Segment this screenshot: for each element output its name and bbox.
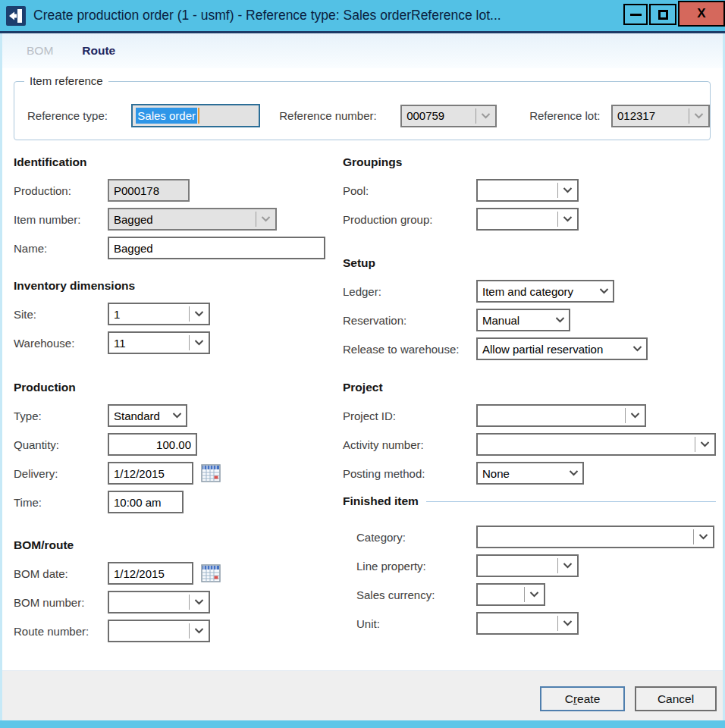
chevron-down-icon[interactable] — [558, 620, 577, 626]
close-button[interactable]: X — [678, 1, 725, 27]
pool-label: Pool: — [343, 184, 476, 197]
quantity-field[interactable]: 100.00 — [108, 433, 197, 456]
item-number-combo: Bagged — [108, 208, 277, 231]
delivery-date-field[interactable]: 1/12/2015 — [108, 462, 193, 485]
reservation-select[interactable]: Manual — [476, 309, 570, 331]
setup-section: Setup Ledger: Item and category Reservat… — [343, 256, 716, 366]
item-number-value: Bagged — [109, 213, 256, 226]
chevron-down-icon[interactable] — [595, 288, 613, 294]
reference-type-label: Reference type: — [27, 109, 131, 122]
production-label: Production: — [14, 184, 108, 197]
sales-currency-combo[interactable] — [476, 583, 545, 606]
name-value: Bagged — [109, 242, 324, 255]
warehouse-label: Warehouse: — [14, 337, 108, 350]
minimize-icon — [630, 14, 642, 16]
chevron-down-icon[interactable] — [168, 413, 186, 419]
time-label: Time: — [14, 496, 108, 509]
chevron-down-icon[interactable] — [558, 563, 577, 569]
finished-item-section: Finished item Category: Line property: S… — [343, 494, 716, 641]
type-label: Type: — [14, 410, 108, 422]
ledger-select[interactable]: Item and category — [476, 280, 614, 303]
reference-number-value: 000759 — [402, 109, 475, 122]
titlebar: Create production order (1 - usmf) - Ref… — [0, 0, 725, 31]
groupings-section: Groupings Pool: Production group: — [343, 155, 716, 237]
project-id-label: Project ID: — [343, 410, 476, 422]
quantity-label: Quantity: — [14, 438, 108, 451]
production-section: Production Type: Standard Quantity: 100.… — [14, 381, 340, 519]
chevron-down-icon[interactable] — [551, 317, 569, 323]
name-label: Name: — [14, 242, 108, 255]
type-value: Standard — [109, 410, 168, 422]
production-header: Production — [14, 381, 340, 394]
quantity-value: 100.00 — [109, 438, 196, 451]
chevron-down-icon[interactable] — [694, 534, 713, 540]
cancel-button[interactable]: Cancel — [635, 686, 717, 711]
groupings-header: Groupings — [343, 155, 716, 169]
route-number-combo[interactable] — [108, 620, 210, 642]
activity-number-label: Activity number: — [343, 438, 476, 451]
chevron-down-icon[interactable] — [626, 413, 645, 419]
unit-label: Unit: — [343, 617, 476, 630]
bom-date-label: BOM date: — [14, 567, 108, 580]
delivery-date-value: 1/12/2015 — [109, 467, 192, 480]
calendar-icon[interactable] — [201, 464, 221, 482]
chevron-down-icon — [256, 216, 275, 222]
reservation-value: Manual — [478, 314, 551, 327]
chevron-down-icon[interactable] — [190, 628, 209, 634]
finished-item-header: Finished item — [343, 494, 419, 508]
production-value: P000178 — [109, 184, 188, 197]
chevron-down-icon[interactable] — [558, 216, 577, 222]
posting-method-select[interactable]: None — [476, 462, 584, 485]
chevron-down-icon[interactable] — [558, 187, 577, 193]
category-label: Category: — [343, 531, 476, 544]
type-select[interactable]: Standard — [108, 404, 187, 427]
reference-number-label: Reference number: — [279, 109, 400, 122]
sales-currency-label: Sales currency: — [343, 588, 476, 601]
bom-number-combo[interactable] — [108, 591, 210, 613]
calendar-icon[interactable] — [201, 564, 221, 582]
pool-combo[interactable] — [476, 179, 579, 202]
minimize-button[interactable] — [623, 4, 648, 25]
project-id-combo[interactable] — [476, 404, 646, 427]
unit-combo[interactable] — [476, 612, 579, 635]
create-button[interactable]: Create — [540, 686, 625, 711]
maximize-button[interactable] — [649, 4, 676, 25]
line-property-label: Line property: — [343, 560, 476, 573]
time-value: 10:00 am — [109, 496, 182, 509]
inventory-dimensions-section: Inventory dimensions Site: 1 Warehouse: … — [14, 279, 340, 360]
chevron-down-icon[interactable] — [695, 441, 714, 447]
chevron-down-icon — [689, 113, 708, 119]
name-field[interactable]: Bagged — [108, 237, 325, 259]
reference-lot-value: 012317 — [613, 109, 689, 122]
chevron-down-icon[interactable] — [190, 311, 209, 317]
bom-route-header: BOM/route — [14, 538, 340, 552]
setup-header: Setup — [343, 256, 716, 270]
chevron-down-icon[interactable] — [190, 599, 209, 605]
time-field[interactable]: 10:00 am — [108, 491, 184, 513]
menubar: BOM Route — [2, 33, 723, 68]
reference-type-field[interactable]: Sales order — [131, 104, 260, 127]
window-title: Create production order (1 - usmf) - Ref… — [33, 8, 501, 24]
chevron-down-icon[interactable] — [628, 346, 646, 352]
activity-number-combo[interactable] — [476, 433, 716, 456]
footer-bar: Create Cancel — [2, 670, 723, 720]
item-reference-groupbox: Item reference Reference type: Sales ord… — [14, 81, 711, 140]
close-icon: X — [697, 6, 705, 21]
ledger-value: Item and category — [478, 285, 595, 298]
production-group-combo[interactable] — [476, 208, 579, 231]
maximize-icon — [658, 10, 668, 20]
release-to-warehouse-select[interactable]: Allow partial reservation — [476, 337, 648, 360]
reference-lot-label: Reference lot: — [529, 109, 611, 122]
chevron-down-icon[interactable] — [525, 592, 544, 598]
text-caret — [198, 108, 199, 124]
warehouse-combo[interactable]: 11 — [108, 331, 210, 354]
chevron-down-icon[interactable] — [564, 470, 582, 476]
category-combo[interactable] — [476, 526, 714, 548]
chevron-down-icon[interactable] — [190, 340, 209, 346]
reference-number-combo: 000759 — [400, 105, 497, 127]
site-combo[interactable]: 1 — [108, 303, 210, 325]
menu-item-route[interactable]: Route — [82, 44, 115, 58]
bom-date-field[interactable]: 1/12/2015 — [108, 562, 193, 585]
line-property-combo[interactable] — [476, 554, 579, 577]
finished-item-rule — [426, 501, 716, 502]
